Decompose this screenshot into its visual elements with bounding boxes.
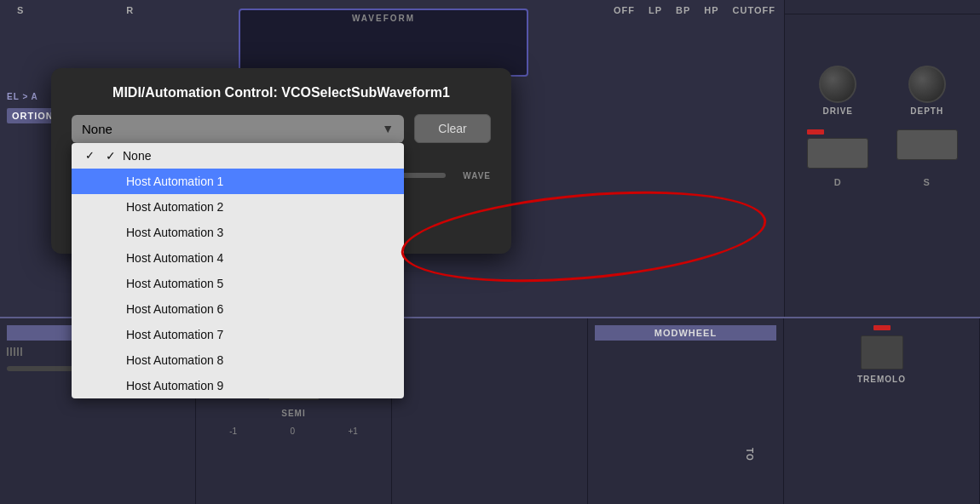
depth-label: DEPTH: [910, 106, 943, 116]
to-tremolo-section: TREMOLO: [784, 318, 980, 504]
pitch-pos: +1: [348, 427, 357, 436]
dropdown-arrow-icon: ▼: [382, 122, 394, 135]
dropdown-item-ha5[interactable]: Host Automation 5: [72, 271, 404, 296]
red-indicator-d: [807, 129, 824, 135]
semi-label: SEMI: [281, 409, 305, 418]
waveform-display: WAVEFORM: [239, 9, 528, 77]
pitch-neg: -1: [229, 427, 237, 436]
tick-2: [10, 347, 12, 356]
tick-4: [17, 347, 19, 356]
right-btn-s[interactable]: [896, 129, 958, 160]
pitch-numbers: -1 0 +1: [203, 427, 384, 436]
dropdown-wrapper: None ▼: [72, 115, 404, 143]
tremolo-display: [861, 335, 903, 369]
ds-labels-row: D S: [785, 174, 980, 191]
r-top-label: R: [126, 5, 134, 15]
dropdown-item-ha8[interactable]: Host Automation 8: [72, 347, 404, 373]
clear-button[interactable]: Clear: [414, 114, 491, 143]
wave-label: WAVE: [463, 171, 491, 180]
spacer-section: [392, 318, 588, 504]
hp-label: HP: [704, 5, 718, 15]
dropdown-item-ha4[interactable]: Host Automation 4: [72, 245, 404, 271]
dropdown-menu: ✓ None Host Automation 1 Host Automation…: [72, 143, 404, 398]
dropdown-item-ha5-label: Host Automation 5: [126, 277, 223, 290]
right-buttons-row: [785, 124, 980, 174]
dropdown-item-ha3[interactable]: Host Automation 3: [72, 220, 404, 245]
depth-knob[interactable]: [908, 66, 946, 103]
pitch-zero: 0: [290, 427, 295, 436]
modwheel-header: MODWHEEL: [595, 325, 776, 341]
s-top-label: S: [17, 5, 24, 15]
dropdown-select[interactable]: None: [72, 115, 404, 143]
dropdown-item-ha6-label: Host Automation 6: [126, 302, 223, 316]
tremolo-red-indicator: [873, 325, 891, 330]
dropdown-item-ha1[interactable]: Host Automation 1: [72, 169, 404, 194]
dropdown-item-ha4-label: Host Automation 4: [126, 251, 223, 265]
tremolo-label: TREMOLO: [857, 375, 906, 384]
right-btn-d[interactable]: [807, 138, 868, 169]
s-label: S: [896, 177, 958, 187]
checkmark-icon: ✓: [106, 149, 116, 163]
drive-knob-block: DRIVE: [819, 66, 856, 116]
d-label: D: [807, 177, 868, 187]
cutoff-label: CUTOFF: [733, 5, 775, 15]
tremolo-block: TREMOLO: [791, 325, 972, 384]
off-label: OFF: [614, 5, 635, 15]
midi-dialog: MIDI/Automation Control: VCOSelectSubWav…: [51, 68, 511, 254]
bp-label: BP: [676, 5, 690, 15]
lp-label: LP: [649, 5, 662, 15]
dropdown-item-none-label: None: [123, 149, 151, 163]
dialog-dropdown-row: None ▼ ✓ None Host Automation 1 Host Aut…: [72, 114, 491, 143]
dropdown-item-ha1-label: Host Automation 1: [126, 175, 223, 188]
tick-5: [20, 347, 22, 356]
dropdown-item-ha2[interactable]: Host Automation 2: [72, 194, 404, 220]
dropdown-item-ha6[interactable]: Host Automation 6: [72, 296, 404, 322]
dropdown-item-ha7-label: Host Automation 7: [126, 328, 223, 341]
tick-1: [7, 347, 9, 356]
modwheel-section: MODWHEEL: [588, 318, 784, 504]
dropdown-item-ha2-label: Host Automation 2: [126, 200, 223, 214]
dropdown-item-ha8-label: Host Automation 8: [126, 353, 223, 367]
dropdown-item-ha3-label: Host Automation 3: [126, 226, 223, 239]
dialog-title: MIDI/Automation Control: VCOSelectSubWav…: [72, 85, 491, 100]
drive-knob[interactable]: [819, 66, 856, 103]
dropdown-item-ha7[interactable]: Host Automation 7: [72, 322, 404, 347]
dropdown-item-none[interactable]: ✓ None: [72, 143, 404, 169]
dropdown-item-ha9[interactable]: Host Automation 9: [72, 373, 404, 398]
filter-labels-row: [785, 0, 980, 14]
right-btn-d-block: [807, 129, 868, 169]
dropdown-container: None ▼ ✓ None Host Automation 1 Host Aut…: [72, 115, 404, 143]
tick-3: [14, 347, 15, 356]
to-label: TO: [745, 448, 754, 461]
right-btn-s-block: [896, 129, 958, 169]
waveform-label: WAVEFORM: [240, 10, 527, 23]
dropdown-item-ha9-label: Host Automation 9: [126, 379, 223, 392]
drive-label: DRIVE: [822, 106, 853, 116]
depth-knob-block: DEPTH: [908, 66, 946, 116]
